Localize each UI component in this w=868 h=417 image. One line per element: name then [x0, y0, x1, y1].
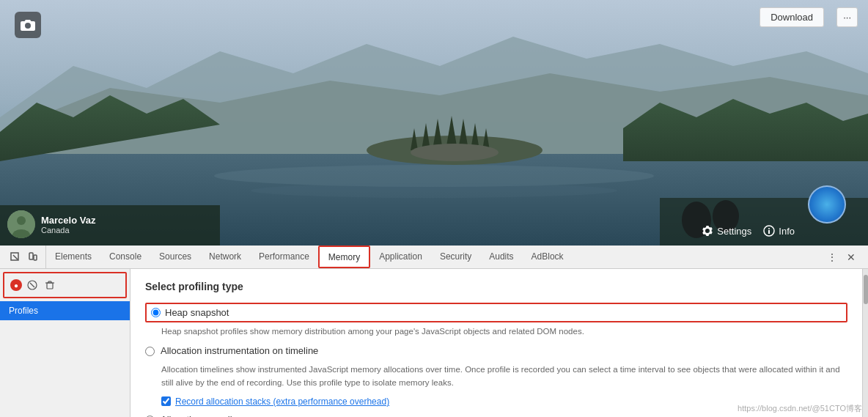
device-toggle-icon[interactable]	[25, 249, 41, 265]
avatar-svg	[7, 210, 35, 238]
devtools-icon-group	[3, 246, 46, 268]
tab-audits[interactable]: Audits	[480, 246, 522, 268]
allocation-sampling-label: Allocation sampling	[161, 414, 243, 417]
landscape-bg	[0, 0, 868, 246]
avatar	[7, 210, 35, 238]
user-location: Canada	[41, 226, 95, 235]
clear-button[interactable]	[43, 278, 57, 292]
download-button[interactable]: Download	[760, 7, 824, 27]
info-label: Info	[779, 226, 795, 237]
user-info: Marcelo Vaz Canada	[41, 215, 95, 235]
allocation-instrumentation-row: Allocation instrumentation on timeline	[145, 345, 847, 356]
tab-performance[interactable]: Performance	[250, 246, 318, 268]
inspect-icon[interactable]	[7, 249, 23, 265]
gear-icon	[702, 225, 713, 237]
record-button[interactable]: ●	[10, 279, 22, 291]
heap-snapshot-box: Heap snapshot	[145, 303, 847, 322]
tab-security[interactable]: Security	[431, 246, 480, 268]
stop-button[interactable]	[25, 278, 40, 292]
devtools-actions: ⋮ ✕	[818, 249, 865, 265]
cursor-icon	[10, 252, 21, 262]
hero-area: Download ··· Marcelo Vaz Canada Settings	[0, 0, 868, 246]
tab-sources[interactable]: Sources	[150, 246, 200, 268]
tab-elements[interactable]: Elements	[46, 246, 100, 268]
allocation-instrumentation-radio[interactable]	[145, 347, 155, 356]
content-area: Select profiling type Heap snapshot Heap…	[130, 269, 862, 417]
sidebar-item-profiles[interactable]: Profiles	[0, 301, 130, 320]
content-with-scrollbar: Select profiling type Heap snapshot Heap…	[130, 269, 868, 417]
allocation-instrumentation-option: Allocation instrumentation on timeline A…	[145, 345, 847, 407]
svg-rect-30	[34, 255, 37, 260]
devtools-main: ● Profi	[0, 269, 868, 417]
svg-point-5	[251, 183, 617, 198]
tab-adblock[interactable]: AdBlock	[523, 246, 573, 268]
tab-application[interactable]: Application	[370, 246, 431, 268]
more-options-button[interactable]: ⋮	[824, 249, 840, 265]
svg-point-16	[411, 144, 499, 161]
blue-circle-button[interactable]	[808, 185, 846, 224]
settings-button[interactable]: Settings	[702, 225, 751, 237]
settings-label: Settings	[717, 226, 751, 237]
sidebar: ● Profi	[0, 269, 130, 417]
svg-point-26	[768, 228, 770, 229]
watermark: https://blog.csdn.net/@51CTO博客	[738, 403, 862, 414]
svg-rect-33	[47, 283, 53, 289]
record-stacks-label[interactable]: Record allocation stacks (extra performa…	[175, 396, 389, 407]
devtools-tab-bar: Elements Console Sources Network Perform…	[0, 246, 868, 269]
sidebar-toolbar: ●	[3, 272, 127, 298]
info-icon	[763, 225, 775, 237]
tab-memory[interactable]: Memory	[318, 246, 370, 268]
heap-snapshot-desc: Heap snapshot profiles show memory distr…	[161, 325, 847, 338]
allocation-instrumentation-desc: Allocation timelines show instrumented J…	[161, 364, 847, 389]
svg-line-32	[30, 283, 34, 287]
record-stacks-checkbox[interactable]	[161, 396, 171, 406]
tab-network[interactable]: Network	[200, 246, 250, 268]
user-name: Marcelo Vaz	[41, 215, 95, 226]
tab-console[interactable]: Console	[100, 246, 150, 268]
stop-icon	[27, 280, 37, 290]
scrollbar-thumb[interactable]	[864, 275, 868, 304]
close-devtools-button[interactable]: ✕	[843, 249, 859, 265]
allocation-sampling-row: Allocation sampling	[145, 414, 847, 417]
settings-info-row: Settings Info	[702, 225, 795, 237]
trash-icon	[45, 280, 55, 290]
user-profile: Marcelo Vaz Canada	[7, 210, 95, 238]
info-button[interactable]: Info	[763, 225, 795, 237]
mobile-icon	[28, 252, 38, 262]
allocation-sampling-option: Allocation sampling	[145, 414, 847, 417]
svg-point-22	[17, 216, 26, 225]
allocation-instrumentation-label: Allocation instrumentation on timeline	[161, 345, 318, 356]
heap-snapshot-option: Heap snapshot Heap snapshot profiles sho…	[145, 303, 847, 338]
svg-rect-25	[768, 230, 770, 234]
devtools-panel: Elements Console Sources Network Perform…	[0, 246, 868, 417]
profiling-type-title: Select profiling type	[145, 281, 847, 292]
camera-svg	[21, 18, 35, 32]
camera-icon[interactable]	[15, 12, 41, 38]
heap-snapshot-radio[interactable]	[151, 308, 161, 317]
more-button[interactable]: ···	[836, 7, 858, 27]
svg-line-28	[13, 255, 18, 259]
svg-rect-29	[29, 253, 33, 259]
heap-snapshot-label: Heap snapshot	[165, 307, 229, 318]
scrollbar[interactable]	[862, 269, 868, 417]
